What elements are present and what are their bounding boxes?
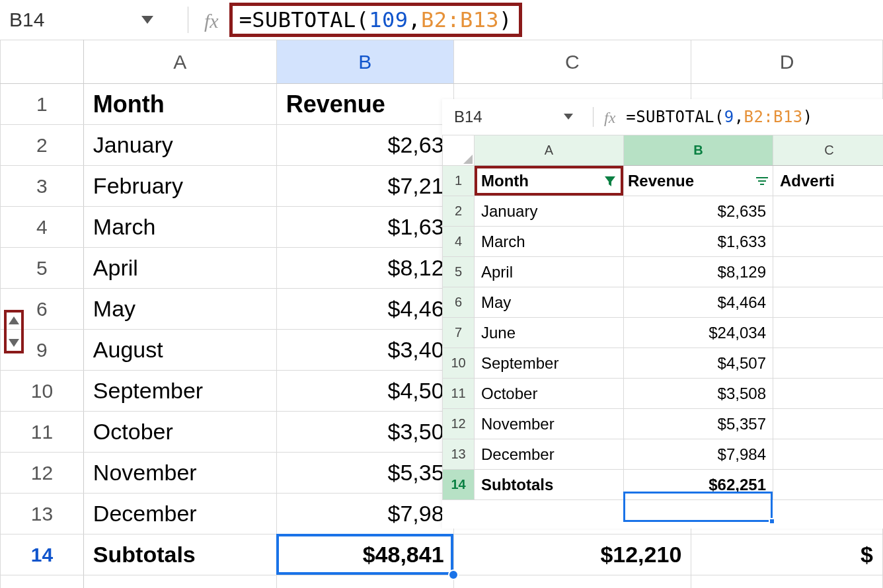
- cell-b1[interactable]: Revenue: [624, 166, 773, 196]
- chevron-down-icon[interactable]: [141, 16, 153, 24]
- cell-b5[interactable]: $8,12: [276, 248, 453, 289]
- cell-b11[interactable]: $3,50: [276, 412, 453, 453]
- row-header[interactable]: 11: [1, 412, 84, 453]
- column-header-a[interactable]: A: [475, 135, 624, 166]
- row-header[interactable]: 5: [1, 248, 84, 289]
- name-box[interactable]: B14: [9, 0, 188, 39]
- select-all-corner[interactable]: [1, 40, 84, 84]
- cell-a1[interactable]: Month: [475, 166, 624, 196]
- cell-b9[interactable]: $3,40: [276, 330, 453, 371]
- fill-handle[interactable]: [448, 570, 459, 580]
- cell-b3[interactable]: $7,21: [276, 166, 453, 207]
- cell-b13[interactable]: $7,98: [276, 494, 453, 534]
- row-header[interactable]: 13: [1, 494, 84, 534]
- row-header[interactable]: 3: [1, 166, 84, 207]
- inset-cell-a14[interactable]: Subtotals: [475, 470, 624, 500]
- hidden-rows-toggle[interactable]: [4, 310, 24, 353]
- expand-up-icon: [9, 316, 19, 324]
- select-all-corner[interactable]: [443, 135, 475, 166]
- row-header[interactable]: 12: [1, 453, 84, 494]
- cell-c14[interactable]: $12,210: [453, 534, 691, 575]
- row-header[interactable]: 10: [1, 371, 84, 412]
- inset-formula-bar: B14 fx =SUBTOTAL(9,B2:B13): [442, 99, 883, 135]
- cell-b14[interactable]: $48,841: [276, 534, 453, 575]
- svg-marker-1: [564, 114, 573, 120]
- expand-down-icon: [9, 339, 19, 347]
- inset-grid[interactable]: A B C 1 Month Revenue: [442, 135, 883, 500]
- cell-a5[interactable]: April: [83, 248, 276, 289]
- cell-a1[interactable]: Month: [83, 84, 276, 125]
- row-header[interactable]: 1: [1, 84, 84, 125]
- cell-b1[interactable]: Revenue: [276, 84, 453, 125]
- cell-a9[interactable]: August: [83, 330, 276, 371]
- column-header-d[interactable]: D: [691, 40, 883, 84]
- svg-rect-4: [758, 180, 766, 182]
- column-header-c[interactable]: C: [773, 135, 884, 166]
- cell-b4[interactable]: $1,63: [276, 207, 453, 248]
- inset-fill-handle[interactable]: [769, 518, 775, 525]
- cell-d14[interactable]: $: [691, 534, 883, 575]
- cell-a10[interactable]: September: [83, 371, 276, 412]
- formula-input[interactable]: =SUBTOTAL(109,B2:B13): [229, 3, 522, 37]
- row-header[interactable]: 4: [1, 207, 84, 248]
- column-header-c[interactable]: C: [453, 40, 691, 84]
- row-header[interactable]: 2: [1, 125, 84, 166]
- cell-reference: B14: [9, 9, 44, 31]
- cell-a4[interactable]: March: [83, 207, 276, 248]
- filter-icon[interactable]: [603, 174, 617, 188]
- cell-c1[interactable]: Adverti: [773, 166, 884, 196]
- svg-rect-5: [760, 184, 764, 185]
- divider: [593, 107, 594, 127]
- column-header-b[interactable]: B: [276, 40, 453, 84]
- fx-icon: fx: [604, 109, 615, 127]
- cell-b6[interactable]: $4,46: [276, 289, 453, 330]
- column-header-b[interactable]: B: [624, 135, 773, 166]
- inset-cell-b14[interactable]: $62,251: [624, 470, 773, 500]
- svg-rect-3: [756, 177, 768, 178]
- cell-b10[interactable]: $4,50: [276, 371, 453, 412]
- row-header[interactable]: 1: [443, 166, 475, 196]
- cell-a6[interactable]: May: [83, 289, 276, 330]
- cell-b12[interactable]: $5,35: [276, 453, 453, 494]
- inset-spreadsheet: B14 fx =SUBTOTAL(9,B2:B13) A B C 1 Month: [442, 99, 883, 529]
- divider: [188, 7, 188, 33]
- cell-a2[interactable]: January: [83, 125, 276, 166]
- svg-marker-0: [141, 16, 153, 24]
- formula-bar: B14 fx =SUBTOTAL(109,B2:B13): [0, 0, 883, 40]
- filter-lines-icon[interactable]: [755, 176, 769, 186]
- svg-marker-2: [605, 176, 615, 186]
- inset-name-box[interactable]: B14: [454, 99, 593, 134]
- cell-a14[interactable]: Subtotals: [83, 534, 276, 575]
- cell-b2[interactable]: $2,63: [276, 125, 453, 166]
- chevron-down-icon[interactable]: [564, 114, 573, 120]
- inset-formula-input[interactable]: =SUBTOTAL(9,B2:B13): [626, 108, 812, 126]
- cell-a13[interactable]: December: [83, 494, 276, 534]
- row-header[interactable]: 14: [1, 534, 84, 575]
- column-header-a[interactable]: A: [83, 40, 276, 84]
- cell-a11[interactable]: October: [83, 412, 276, 453]
- fx-icon: fx: [204, 10, 219, 32]
- cell-a12[interactable]: November: [83, 453, 276, 494]
- cell-a3[interactable]: February: [83, 166, 276, 207]
